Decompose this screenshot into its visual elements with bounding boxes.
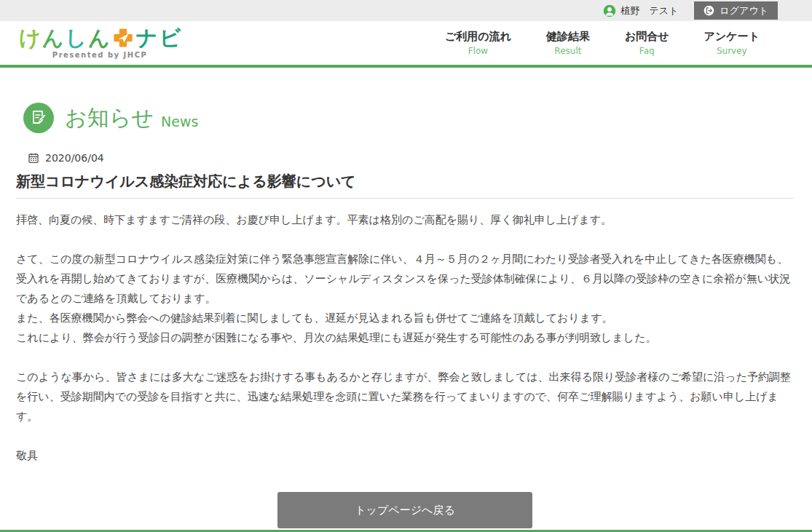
- topbar: 植野 テスト ログアウト: [0, 0, 812, 21]
- article-title: 新型コロナウイルス感染症対応による影響について: [16, 172, 794, 199]
- nav-item-survey[interactable]: アンケート Survey: [704, 30, 760, 56]
- nav-item-faq[interactable]: お問合せ Faq: [625, 30, 669, 56]
- nav-label-en: Survey: [704, 46, 760, 56]
- logo-char: ん: [88, 28, 110, 49]
- article-body: 拝啓、向夏の候、時下ますますご清祥の段、お慶び申し上げます。平素は格別のご高配を…: [16, 210, 794, 466]
- news-heading-en: News: [161, 107, 198, 130]
- nav-label-jp: 健診結果: [546, 30, 590, 44]
- news-icon: [23, 103, 54, 133]
- nav-label-jp: お問合せ: [625, 30, 669, 44]
- logo-char: ん: [42, 28, 64, 49]
- back-to-top-button[interactable]: トップページへ戻る: [277, 492, 532, 528]
- logo-char: け: [19, 28, 41, 49]
- site-header: け ん し ん ナ ビ Presented by JHCP ご利用の流れ Flo…: [0, 21, 812, 68]
- logo-char: ビ: [159, 28, 181, 49]
- nav-label-jp: ご利用の流れ: [445, 30, 511, 44]
- news-heading-jp: お知らせ: [65, 103, 154, 133]
- nav-label-jp: アンケート: [704, 30, 760, 44]
- site-logo[interactable]: け ん し ん ナ ビ Presented by JHCP: [19, 28, 181, 59]
- article-closing: 敬具: [16, 446, 794, 466]
- nav-label-en: Flow: [445, 46, 511, 56]
- article-date: 2020/06/04: [45, 152, 104, 164]
- article-date-row: 2020/06/04: [16, 152, 794, 164]
- main-content: お知らせ News 2020/06/04 新型コロナウイルス感染症対応による影響…: [0, 103, 812, 528]
- calendar-icon: [28, 152, 39, 164]
- user-name: 植野 テスト: [621, 4, 679, 17]
- logout-button[interactable]: ログアウト: [694, 1, 778, 20]
- article-paragraph: 拝啓、向夏の候、時下ますますご清祥の段、お慶び申し上げます。平素は格別のご高配を…: [16, 210, 794, 230]
- nav-item-flow[interactable]: ご利用の流れ Flow: [445, 30, 511, 56]
- nav-label-en: Result: [546, 46, 590, 56]
- logout-label: ログアウト: [720, 4, 768, 17]
- article-paragraph: このような事から、皆さまには多大なご迷惑をお掛けする事もあるかと存じますが、弊会…: [16, 368, 794, 426]
- news-section-heading: お知らせ News: [16, 103, 794, 133]
- main-nav: ご利用の流れ Flow 健診結果 Result お問合せ Faq アンケート S…: [445, 30, 760, 56]
- user-icon: [603, 4, 616, 17]
- logo-char: ナ: [136, 28, 158, 49]
- nav-item-result[interactable]: 健診結果 Result: [546, 30, 590, 56]
- logged-in-user: 植野 テスト: [603, 4, 679, 17]
- button-row: トップページへ戻る: [16, 492, 794, 528]
- logo-char: し: [65, 28, 87, 49]
- logo-subtitle: Presented by JHCP: [19, 51, 181, 59]
- article-paragraph: さて、この度の新型コロナウイルス感染症対策に伴う緊急事態宣言解除に伴い、４月～５…: [16, 250, 794, 348]
- nav-label-en: Faq: [625, 46, 669, 56]
- logo-cross-plane-icon: [113, 28, 133, 48]
- logout-icon: [703, 5, 714, 16]
